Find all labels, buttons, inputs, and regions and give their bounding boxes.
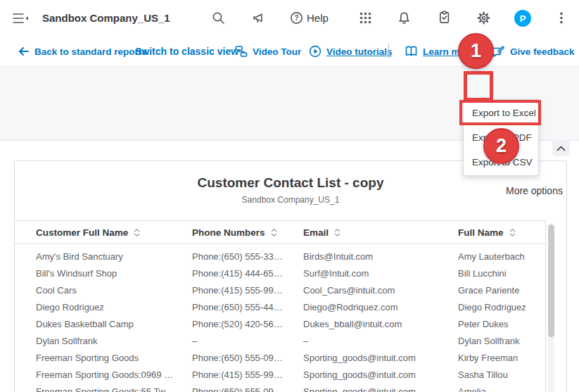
table-cell: Diego Rodriguez [458,302,545,312]
top-app-bar: Sandbox Company_US_1 ? Help P [0,0,579,37]
table-cell: Cool_Cars@intuit.com [303,285,458,296]
export-menu-item[interactable]: Export to Excel [464,101,538,125]
table-cell: Dylan Sollfrank [36,336,192,346]
more-vertical-dots-icon[interactable] [559,11,564,27]
table-row[interactable]: Freeman Sporting Goods:55 Tw…Phone:(650)… [15,383,545,392]
feedback-pencil-icon [491,45,505,58]
table-cell: Birds@Intuit.com [303,251,458,262]
table-cell: Sasha Tillou [458,369,545,380]
video-tutorials-label: Video tutorials [326,46,393,57]
report-nav-row: Back to standard reports Switch to class… [0,37,579,67]
table-row[interactable]: Diego RodriguezPhone:(650) 555-44…Diego@… [15,298,545,315]
give-feedback-link[interactable]: Give feedback [491,37,575,66]
table-row[interactable]: Freeman Sporting Goods:0969 …Phone:(415)… [15,366,545,383]
export-menu-item[interactable]: Export to CSV [464,150,538,175]
table-cell: Amy's Bird Sanctuary [36,251,192,262]
table-cell: Phone:(520) 420-56… [192,319,303,329]
table-cell: Amy Lauterbach [458,251,545,262]
column-header-label: Customer Full Name [36,227,128,238]
table-cell: Dylan Sollfrank [458,336,545,346]
export-dropdown-menu: Export to ExcelExport to PDFExport to CS… [463,99,539,176]
sort-icon [509,229,516,236]
table-cell: Bill's Windsurf Shop [36,268,192,279]
video-tour-label: Video Tour [253,46,301,57]
report-table: Customer Full Name Phone Numbers Email F… [15,220,546,392]
settings-gear-icon[interactable] [477,11,490,25]
table-cell: Sporting_goods@intuit.com [303,386,458,392]
column-header-label: Full Name [458,227,504,238]
back-to-standard-reports-link[interactable]: Back to standard reports [18,37,147,66]
table-cell: Peter Dukes [458,319,545,329]
table-cell: Freeman Sporting Goods [36,353,192,363]
switch-to-classic-view-link[interactable]: Switch to classic view [135,37,238,66]
table-cell: Diego Rodriguez [36,302,192,312]
tasks-clipboard-icon[interactable] [438,11,451,24]
table-cell: Phone:(650) 555-44… [192,302,303,312]
sort-icon [271,229,277,236]
table-cell: Surf@Intuit.com [303,268,458,279]
avatar[interactable]: P [514,10,531,27]
more-options-label: More options [506,185,563,196]
company-name: Sandbox Company_US_1 [42,12,170,24]
more-options-button[interactable]: More options [506,174,563,208]
learn-more-label: Learn more [423,46,475,57]
table-row[interactable]: Cool CarsPhone:(415) 555-99…Cool_Cars@in… [15,282,545,298]
notifications-bell-icon[interactable] [397,11,411,25]
table-row[interactable]: Freeman Sporting GoodsPhone:(650) 555-09… [15,349,545,366]
table-cell: – [192,336,303,346]
give-feedback-label: Give feedback [510,46,575,57]
table-cell: Phone:(415) 555-99… [192,285,303,296]
column-header-phone-numbers[interactable]: Phone Numbers [192,227,303,238]
hamburger-menu-icon[interactable] [13,12,29,25]
sort-icon [334,229,341,236]
table-cell: Sporting_goods@intuit.com [303,369,458,380]
help-icon[interactable]: ? [290,11,303,25]
table-row[interactable]: Dylan Sollfrank––Dylan Sollfrank [15,332,545,349]
table-cell: Cool Cars [36,285,192,296]
learn-more-link[interactable]: Learn more [405,37,475,66]
table-cell: Freeman Sporting Goods:55 Tw… [36,386,192,392]
column-header-label: Email [303,227,329,238]
video-tour-icon [235,45,248,58]
collapse-header-button[interactable] [552,140,570,156]
table-cell: Diego@Rodriquez.com [303,302,458,312]
search-icon[interactable] [212,11,225,25]
table-row[interactable]: Dukes Basketball CampPhone:(520) 420-56…… [15,315,545,332]
table-cell: Dukes Basketball Camp [36,319,192,329]
video-tour-link[interactable]: Video Tour [235,37,301,66]
sort-icon [134,229,140,236]
export-menu-item[interactable]: Export to PDF [464,125,538,150]
apps-grid-icon[interactable] [359,11,372,27]
book-icon [405,45,418,58]
table-cell: Sporting_goods@intuit.com [303,353,458,363]
report-title: Customer Contact List - copy [15,175,566,191]
table-cell: Freeman Sporting Goods:0969 … [36,369,192,380]
video-tutorials-link[interactable]: Video tutorials [309,37,393,66]
table-cell: Bill Lucchini [458,268,545,279]
table-row[interactable]: Bill's Windsurf ShopPhone:(415) 444-65…S… [15,265,545,282]
help-label[interactable]: Help [307,12,329,24]
report-subtitle: Sandbox Company_US_1 [15,195,566,205]
chevron-up-icon [556,146,566,151]
table-cell: Dukes_bball@intuit.com [303,319,458,329]
report-card: Customer Contact List - copy Sandbox Com… [14,160,567,392]
column-header-full-name[interactable]: Full Name [458,227,545,238]
column-header-label: Phone Numbers [192,227,265,238]
column-header-email[interactable]: Email [303,227,458,238]
table-scrollbar-thumb[interactable] [548,225,554,337]
table-cell: Phone:(415) 555-99… [192,369,303,380]
table-cell: Phone:(650) 555-09… [192,353,303,363]
nav-separator [388,44,389,58]
table-cell: Kirby Freeman [458,353,545,363]
megaphone-icon[interactable] [252,12,265,25]
table-cell: Grace Pariente [458,285,545,296]
table-cell: Phone:(650) 555-33… [192,251,303,262]
svg-text:?: ? [294,14,298,22]
table-cell: Phone:(650) 555-09… [192,386,303,392]
table-cell: Amelia [458,386,545,392]
classic-view-label: Switch to classic view [135,46,238,57]
table-header-row: Customer Full Name Phone Numbers Email F… [15,220,545,244]
column-header-customer-full-name[interactable]: Customer Full Name [36,227,192,238]
table-row[interactable]: Amy's Bird SanctuaryPhone:(650) 555-33…B… [15,248,545,265]
play-circle-icon [309,45,322,58]
